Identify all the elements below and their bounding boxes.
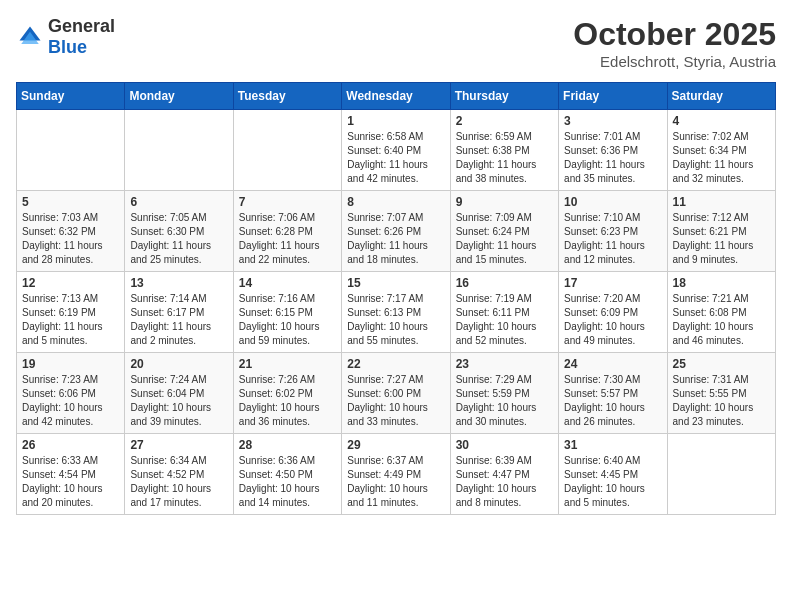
day-number: 23	[456, 357, 553, 371]
calendar-cell: 30Sunrise: 6:39 AM Sunset: 4:47 PM Dayli…	[450, 434, 558, 515]
day-number: 7	[239, 195, 336, 209]
calendar-cell: 13Sunrise: 7:14 AM Sunset: 6:17 PM Dayli…	[125, 272, 233, 353]
calendar-cell: 4Sunrise: 7:02 AM Sunset: 6:34 PM Daylig…	[667, 110, 775, 191]
location-title: Edelschrott, Styria, Austria	[573, 53, 776, 70]
day-info: Sunrise: 7:27 AM Sunset: 6:00 PM Dayligh…	[347, 373, 444, 429]
calendar-cell: 26Sunrise: 6:33 AM Sunset: 4:54 PM Dayli…	[17, 434, 125, 515]
calendar-cell: 6Sunrise: 7:05 AM Sunset: 6:30 PM Daylig…	[125, 191, 233, 272]
calendar-cell: 27Sunrise: 6:34 AM Sunset: 4:52 PM Dayli…	[125, 434, 233, 515]
calendar-cell: 10Sunrise: 7:10 AM Sunset: 6:23 PM Dayli…	[559, 191, 667, 272]
weekday-header: Tuesday	[233, 83, 341, 110]
day-info: Sunrise: 7:21 AM Sunset: 6:08 PM Dayligh…	[673, 292, 770, 348]
day-info: Sunrise: 6:33 AM Sunset: 4:54 PM Dayligh…	[22, 454, 119, 510]
day-number: 5	[22, 195, 119, 209]
day-number: 25	[673, 357, 770, 371]
calendar-table: SundayMondayTuesdayWednesdayThursdayFrid…	[16, 82, 776, 515]
calendar-cell: 3Sunrise: 7:01 AM Sunset: 6:36 PM Daylig…	[559, 110, 667, 191]
day-number: 19	[22, 357, 119, 371]
day-number: 12	[22, 276, 119, 290]
calendar-cell: 28Sunrise: 6:36 AM Sunset: 4:50 PM Dayli…	[233, 434, 341, 515]
day-info: Sunrise: 7:02 AM Sunset: 6:34 PM Dayligh…	[673, 130, 770, 186]
calendar-cell: 8Sunrise: 7:07 AM Sunset: 6:26 PM Daylig…	[342, 191, 450, 272]
day-info: Sunrise: 7:16 AM Sunset: 6:15 PM Dayligh…	[239, 292, 336, 348]
day-number: 3	[564, 114, 661, 128]
day-info: Sunrise: 7:29 AM Sunset: 5:59 PM Dayligh…	[456, 373, 553, 429]
day-number: 21	[239, 357, 336, 371]
day-number: 6	[130, 195, 227, 209]
calendar-body: 1Sunrise: 6:58 AM Sunset: 6:40 PM Daylig…	[17, 110, 776, 515]
day-number: 27	[130, 438, 227, 452]
day-info: Sunrise: 7:06 AM Sunset: 6:28 PM Dayligh…	[239, 211, 336, 267]
calendar-cell: 31Sunrise: 6:40 AM Sunset: 4:45 PM Dayli…	[559, 434, 667, 515]
day-info: Sunrise: 7:14 AM Sunset: 6:17 PM Dayligh…	[130, 292, 227, 348]
day-info: Sunrise: 7:24 AM Sunset: 6:04 PM Dayligh…	[130, 373, 227, 429]
day-info: Sunrise: 7:26 AM Sunset: 6:02 PM Dayligh…	[239, 373, 336, 429]
calendar-cell: 23Sunrise: 7:29 AM Sunset: 5:59 PM Dayli…	[450, 353, 558, 434]
calendar-cell	[125, 110, 233, 191]
day-info: Sunrise: 7:07 AM Sunset: 6:26 PM Dayligh…	[347, 211, 444, 267]
calendar-cell: 19Sunrise: 7:23 AM Sunset: 6:06 PM Dayli…	[17, 353, 125, 434]
calendar-cell: 22Sunrise: 7:27 AM Sunset: 6:00 PM Dayli…	[342, 353, 450, 434]
day-info: Sunrise: 7:13 AM Sunset: 6:19 PM Dayligh…	[22, 292, 119, 348]
logo: General Blue	[16, 16, 115, 58]
logo-icon	[16, 23, 44, 51]
day-info: Sunrise: 7:30 AM Sunset: 5:57 PM Dayligh…	[564, 373, 661, 429]
weekday-header: Monday	[125, 83, 233, 110]
calendar-cell: 11Sunrise: 7:12 AM Sunset: 6:21 PM Dayli…	[667, 191, 775, 272]
day-number: 31	[564, 438, 661, 452]
calendar-week-row: 12Sunrise: 7:13 AM Sunset: 6:19 PM Dayli…	[17, 272, 776, 353]
day-number: 14	[239, 276, 336, 290]
day-info: Sunrise: 6:58 AM Sunset: 6:40 PM Dayligh…	[347, 130, 444, 186]
day-number: 15	[347, 276, 444, 290]
day-number: 28	[239, 438, 336, 452]
calendar-cell	[667, 434, 775, 515]
day-info: Sunrise: 7:05 AM Sunset: 6:30 PM Dayligh…	[130, 211, 227, 267]
calendar-cell: 20Sunrise: 7:24 AM Sunset: 6:04 PM Dayli…	[125, 353, 233, 434]
weekday-header-row: SundayMondayTuesdayWednesdayThursdayFrid…	[17, 83, 776, 110]
day-info: Sunrise: 7:10 AM Sunset: 6:23 PM Dayligh…	[564, 211, 661, 267]
calendar-cell: 9Sunrise: 7:09 AM Sunset: 6:24 PM Daylig…	[450, 191, 558, 272]
day-number: 11	[673, 195, 770, 209]
weekday-header: Thursday	[450, 83, 558, 110]
calendar-cell: 29Sunrise: 6:37 AM Sunset: 4:49 PM Dayli…	[342, 434, 450, 515]
logo-text-general: General	[48, 16, 115, 36]
day-info: Sunrise: 7:20 AM Sunset: 6:09 PM Dayligh…	[564, 292, 661, 348]
day-number: 2	[456, 114, 553, 128]
calendar-cell: 1Sunrise: 6:58 AM Sunset: 6:40 PM Daylig…	[342, 110, 450, 191]
day-number: 26	[22, 438, 119, 452]
day-info: Sunrise: 7:31 AM Sunset: 5:55 PM Dayligh…	[673, 373, 770, 429]
day-number: 1	[347, 114, 444, 128]
calendar-cell: 5Sunrise: 7:03 AM Sunset: 6:32 PM Daylig…	[17, 191, 125, 272]
calendar-week-row: 5Sunrise: 7:03 AM Sunset: 6:32 PM Daylig…	[17, 191, 776, 272]
calendar-header: SundayMondayTuesdayWednesdayThursdayFrid…	[17, 83, 776, 110]
calendar-cell	[17, 110, 125, 191]
day-info: Sunrise: 6:39 AM Sunset: 4:47 PM Dayligh…	[456, 454, 553, 510]
day-number: 22	[347, 357, 444, 371]
calendar-cell: 18Sunrise: 7:21 AM Sunset: 6:08 PM Dayli…	[667, 272, 775, 353]
day-number: 30	[456, 438, 553, 452]
day-number: 18	[673, 276, 770, 290]
calendar-cell: 12Sunrise: 7:13 AM Sunset: 6:19 PM Dayli…	[17, 272, 125, 353]
day-info: Sunrise: 6:36 AM Sunset: 4:50 PM Dayligh…	[239, 454, 336, 510]
calendar-cell: 21Sunrise: 7:26 AM Sunset: 6:02 PM Dayli…	[233, 353, 341, 434]
calendar-week-row: 26Sunrise: 6:33 AM Sunset: 4:54 PM Dayli…	[17, 434, 776, 515]
day-info: Sunrise: 7:03 AM Sunset: 6:32 PM Dayligh…	[22, 211, 119, 267]
day-number: 13	[130, 276, 227, 290]
month-title: October 2025	[573, 16, 776, 53]
day-number: 16	[456, 276, 553, 290]
day-number: 17	[564, 276, 661, 290]
day-number: 4	[673, 114, 770, 128]
day-number: 24	[564, 357, 661, 371]
day-info: Sunrise: 6:37 AM Sunset: 4:49 PM Dayligh…	[347, 454, 444, 510]
day-info: Sunrise: 6:40 AM Sunset: 4:45 PM Dayligh…	[564, 454, 661, 510]
calendar-cell: 14Sunrise: 7:16 AM Sunset: 6:15 PM Dayli…	[233, 272, 341, 353]
calendar-week-row: 19Sunrise: 7:23 AM Sunset: 6:06 PM Dayli…	[17, 353, 776, 434]
day-info: Sunrise: 6:34 AM Sunset: 4:52 PM Dayligh…	[130, 454, 227, 510]
day-info: Sunrise: 6:59 AM Sunset: 6:38 PM Dayligh…	[456, 130, 553, 186]
day-info: Sunrise: 7:01 AM Sunset: 6:36 PM Dayligh…	[564, 130, 661, 186]
calendar-cell: 15Sunrise: 7:17 AM Sunset: 6:13 PM Dayli…	[342, 272, 450, 353]
day-number: 8	[347, 195, 444, 209]
calendar-cell: 2Sunrise: 6:59 AM Sunset: 6:38 PM Daylig…	[450, 110, 558, 191]
logo-text-blue: Blue	[48, 37, 87, 57]
day-number: 9	[456, 195, 553, 209]
